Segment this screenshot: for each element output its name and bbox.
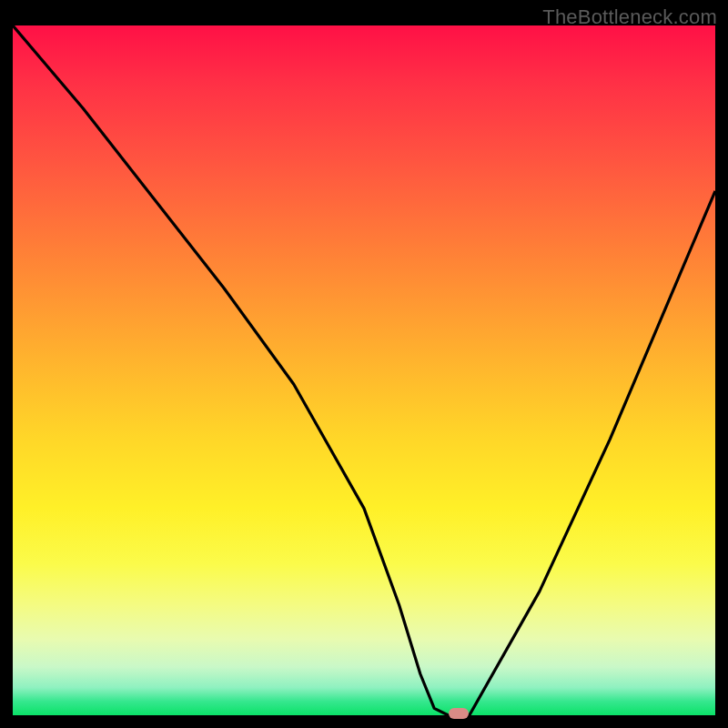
chart-marker [449, 708, 469, 719]
chart-line-path [13, 25, 715, 715]
watermark-text: TheBottleneck.com [542, 5, 717, 29]
chart-plot-area [13, 25, 715, 715]
chart-line-svg [13, 25, 715, 715]
